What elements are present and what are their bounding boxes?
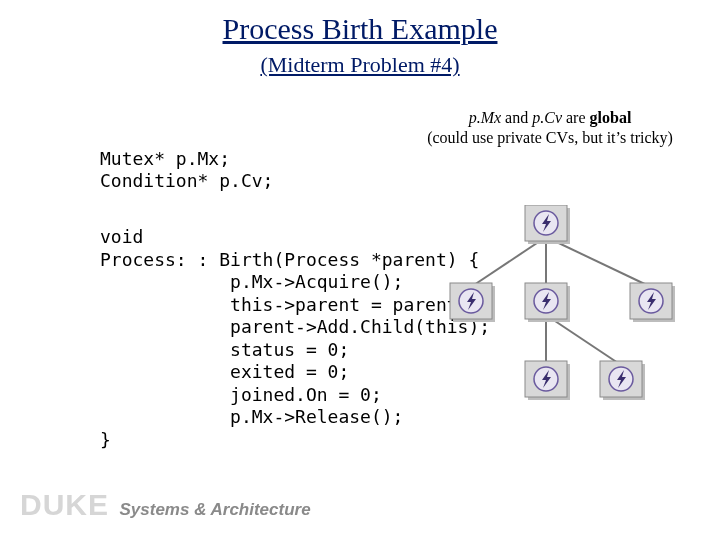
tree-edge: [546, 237, 651, 287]
systems-architecture-label: Systems & Architecture: [119, 500, 310, 519]
branding: DUKE Systems & Architecture: [20, 488, 311, 522]
note-and: and: [501, 109, 532, 126]
process-tree-diagram: [430, 205, 690, 405]
tree-edge: [471, 237, 546, 287]
global-note-line1: p.Mx and p.Cv are global: [400, 108, 700, 128]
note-are: are: [562, 109, 590, 126]
note-pcv: p.Cv: [532, 109, 562, 126]
note-pmx: p.Mx: [469, 109, 501, 126]
process-node: [525, 283, 570, 322]
process-node: [600, 361, 645, 400]
slide-subtitle: (Midterm Problem #4): [0, 52, 720, 78]
process-node: [450, 283, 495, 322]
code-declarations: Mutex* p.Mx; Condition* p.Cv;: [100, 148, 273, 191]
global-note-line2: (could use private CVs, but it’s tricky): [400, 128, 700, 148]
tree-edge: [546, 315, 621, 365]
duke-wordmark: DUKE: [20, 488, 109, 522]
global-note: p.Mx and p.Cv are global (could use priv…: [400, 108, 700, 148]
process-node: [525, 361, 570, 400]
slide-title: Process Birth Example: [0, 12, 720, 46]
process-node: [525, 205, 570, 244]
note-global: global: [590, 109, 632, 126]
process-node: [630, 283, 675, 322]
